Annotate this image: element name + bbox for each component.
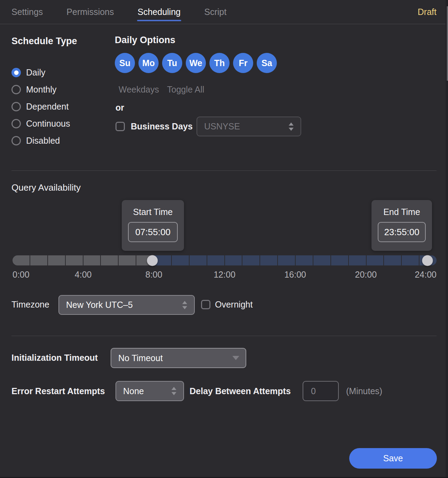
business-days-calendar-select[interactable]: USNYSE <box>197 117 301 136</box>
chevron-down-icon <box>232 356 239 360</box>
day-quick-links: Weekdays Toggle All <box>119 85 204 95</box>
error-restart-attempts-value: None <box>123 386 144 396</box>
slider-axis-label: 8:00 <box>145 270 162 280</box>
minutes-unit-label: (Minutes) <box>346 386 382 396</box>
toggle-all-link[interactable]: Toggle All <box>167 85 204 95</box>
status-badge: Draft <box>418 7 437 17</box>
timezone-select-value: New York UTC–5 <box>66 300 133 310</box>
slider-segment[interactable] <box>384 255 401 265</box>
slider-segment[interactable] <box>313 255 330 265</box>
radio-label-monthly: Monthly <box>26 85 57 95</box>
slider-axis-label: 16:00 <box>284 270 306 280</box>
end-time-input[interactable]: 23:55:00 <box>378 222 426 242</box>
schedule-type-option-daily[interactable]: Daily <box>11 64 70 81</box>
slider-segment[interactable] <box>225 255 242 265</box>
slider-segment[interactable] <box>13 255 30 265</box>
day-toggle-sa[interactable]: Sa <box>257 53 277 73</box>
error-restart-attempts-select[interactable]: None <box>115 381 184 401</box>
radio-daily[interactable] <box>11 68 21 77</box>
day-toggle-th[interactable]: Th <box>209 53 230 73</box>
tab-settings[interactable]: Settings <box>11 7 43 17</box>
slider-segment[interactable] <box>172 255 189 265</box>
tab-scheduling[interactable]: Scheduling <box>138 7 181 17</box>
availability-range-slider[interactable] <box>13 255 437 265</box>
query-availability-heading: Query Availability <box>11 182 81 193</box>
schedule-type-option-continuous[interactable]: Continuous <box>11 115 70 132</box>
save-button[interactable]: Save <box>349 448 437 469</box>
radio-disabled[interactable] <box>11 136 21 145</box>
slider-segment[interactable] <box>207 255 224 265</box>
day-toggle-we[interactable]: We <box>186 53 206 73</box>
delay-between-attempts-label: Delay Between Attempts <box>190 386 291 396</box>
timezone-label: Timezone <box>11 300 49 310</box>
chevron-up-down-icon <box>288 122 294 132</box>
tab-permissions[interactable]: Permissions <box>66 7 114 17</box>
slider-axis-label: 24:00 <box>415 270 437 280</box>
slider-segment[interactable] <box>242 255 259 265</box>
slider-segment[interactable] <box>30 255 47 265</box>
slider-track[interactable] <box>13 255 437 265</box>
slider-end-handle[interactable] <box>422 255 433 266</box>
chevron-up-down-icon <box>171 386 177 396</box>
timezone-select[interactable]: New York UTC–5 <box>58 295 195 315</box>
radio-label-daily: Daily <box>26 67 46 78</box>
radio-monthly[interactable] <box>11 85 21 94</box>
weekdays-link[interactable]: Weekdays <box>119 85 159 95</box>
overnight-label: Overnight <box>215 300 253 310</box>
error-restart-attempts-label: Error Restart Attempts <box>11 386 105 396</box>
delay-between-attempts-input[interactable] <box>303 381 339 401</box>
slider-axis-label: 20:00 <box>355 270 377 280</box>
start-time-label: Start Time <box>133 207 173 217</box>
slider-axis-label: 0:00 <box>13 270 30 280</box>
slider-segment[interactable] <box>83 255 101 265</box>
slider-segment[interactable] <box>367 255 384 265</box>
end-time-label: End Time <box>383 207 420 217</box>
initialization-timeout-select[interactable]: No Timeout <box>111 348 246 368</box>
divider <box>11 336 437 336</box>
divider <box>11 170 437 171</box>
schedule-type-radio-group: DailyMonthlyDependentContinuousDisabled <box>11 64 70 149</box>
radio-continuous[interactable] <box>11 119 21 128</box>
tab-bar: SettingsPermissionsSchedulingScript <box>11 7 226 17</box>
slider-axis-label: 12:00 <box>214 270 235 280</box>
radio-dependent[interactable] <box>11 102 21 111</box>
day-toggle-tu[interactable]: Tu <box>162 53 182 73</box>
slider-segment[interactable] <box>331 255 348 265</box>
schedule-type-heading: Schedule Type <box>11 35 78 47</box>
business-days-checkbox[interactable] <box>115 122 125 131</box>
chevron-up-down-icon <box>182 300 188 310</box>
schedule-type-option-disabled[interactable]: Disabled <box>11 132 70 149</box>
day-toggle-fr[interactable]: Fr <box>233 53 253 73</box>
slider-start-handle[interactable] <box>147 255 158 266</box>
slider-segment[interactable] <box>66 255 83 265</box>
slider-axis-label: 4:00 <box>75 270 92 280</box>
day-toggle-su[interactable]: Su <box>115 53 135 73</box>
schedule-type-option-monthly[interactable]: Monthly <box>11 81 70 98</box>
slider-segment[interactable] <box>101 255 118 265</box>
overnight-checkbox[interactable] <box>201 300 210 309</box>
slider-segment[interactable] <box>190 255 207 265</box>
slider-segment[interactable] <box>296 255 313 265</box>
tab-bar-container: SettingsPermissionsSchedulingScript Draf… <box>0 0 448 24</box>
background-window-edge <box>446 0 448 478</box>
day-toggle-mo[interactable]: Mo <box>138 53 159 73</box>
tab-script[interactable]: Script <box>204 7 226 17</box>
start-time-card: Start Time 07:55:00 <box>122 200 184 251</box>
slider-segment[interactable] <box>260 255 277 265</box>
radio-label-continuous: Continuous <box>26 119 70 129</box>
initialization-timeout-value: No Timeout <box>118 353 163 363</box>
radio-label-dependent: Dependent <box>26 102 69 112</box>
slider-segment[interactable] <box>48 255 65 265</box>
radio-label-disabled: Disabled <box>26 136 60 146</box>
day-toggle-row: SuMoTuWeThFrSa <box>115 53 277 73</box>
schedule-type-option-dependent[interactable]: Dependent <box>11 98 70 115</box>
daily-options-heading: Daily Options <box>115 35 175 46</box>
slider-segment[interactable] <box>349 255 366 265</box>
slider-segment[interactable] <box>119 255 136 265</box>
business-days-label: Business Days <box>131 121 193 132</box>
initialization-timeout-label: Initialization Timeout <box>11 353 98 363</box>
slider-segment[interactable] <box>402 255 419 265</box>
start-time-input[interactable]: 07:55:00 <box>128 222 178 242</box>
slider-axis: 0:004:008:0012:0016:0020:0024:00 <box>13 270 437 281</box>
slider-segment[interactable] <box>278 255 295 265</box>
